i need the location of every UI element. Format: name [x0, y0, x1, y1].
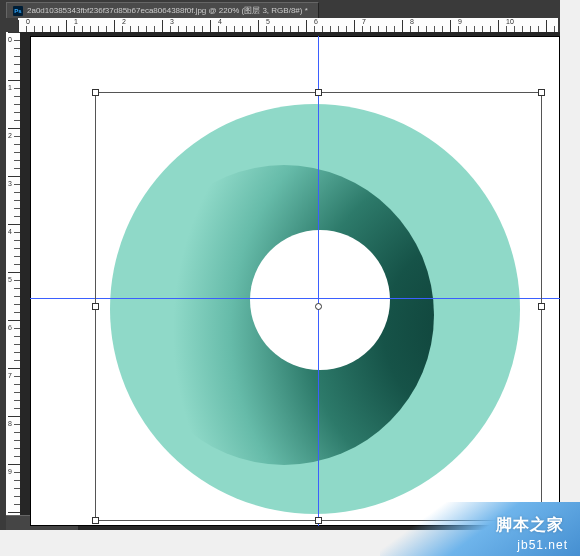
- transform-handle-bottom-left[interactable]: [92, 517, 99, 524]
- ruler-h-mark: 0: [26, 18, 30, 25]
- transform-bounding-box[interactable]: [95, 92, 542, 521]
- watermark-url: jb51.net: [517, 538, 568, 552]
- transform-handle-top-mid[interactable]: [315, 89, 322, 96]
- ruler-v-mark: 5: [8, 276, 12, 283]
- ruler-v-mark: 4: [8, 228, 12, 235]
- ruler-h-mark: 5: [266, 18, 270, 25]
- watermark-site-name: 脚本之家: [496, 515, 564, 536]
- transform-handle-mid-right[interactable]: [538, 303, 545, 310]
- ruler-v-mark: 9: [8, 468, 12, 475]
- ruler-h-mark: 10: [506, 18, 514, 25]
- ruler-v-mark: 0: [8, 36, 12, 43]
- transform-handle-top-right[interactable]: [538, 89, 545, 96]
- transform-handle-mid-left[interactable]: [92, 303, 99, 310]
- ruler-v-mark: 1: [8, 84, 12, 91]
- ruler-h-mark: 8: [410, 18, 414, 25]
- ruler-horizontal[interactable]: 0 1 2 3 4 5 6 7 8 9 10: [18, 18, 558, 33]
- ruler-v-mark: 3: [8, 180, 12, 187]
- ruler-v-mark: 8: [8, 420, 12, 427]
- ruler-h-mark: 3: [170, 18, 174, 25]
- ruler-h-mark: 7: [362, 18, 366, 25]
- ps-app-icon: Ps: [13, 6, 23, 16]
- ruler-v-mark: 6: [8, 324, 12, 331]
- document-tab[interactable]: Ps 2a0d10385343fbf236f37d85b67eca8064388…: [6, 2, 319, 18]
- ruler-h-mark: 6: [314, 18, 318, 25]
- ruler-h-mark: 2: [122, 18, 126, 25]
- transform-handle-center[interactable]: [315, 303, 322, 310]
- transform-handle-top-left[interactable]: [92, 89, 99, 96]
- app-window: Ps 2a0d10385343fbf236f37d85b67eca8064388…: [0, 0, 580, 556]
- ruler-h-mark: 1: [74, 18, 78, 25]
- transform-handle-bottom-mid[interactable]: [315, 517, 322, 524]
- ruler-v-mark: 7: [8, 372, 12, 379]
- canvas[interactable]: [30, 36, 560, 526]
- ruler-h-mark: 4: [218, 18, 222, 25]
- ruler-v-mark: 2: [8, 132, 12, 139]
- document-tab-label: 2a0d10385343fbf236f37d85b67eca8064388f0f…: [27, 3, 308, 18]
- ruler-vertical[interactable]: 0 1 2 3 4 5 6 7 8 9 10: [6, 32, 21, 530]
- watermark: 脚本之家 jb51.net: [380, 502, 580, 556]
- ruler-h-mark: 9: [458, 18, 462, 25]
